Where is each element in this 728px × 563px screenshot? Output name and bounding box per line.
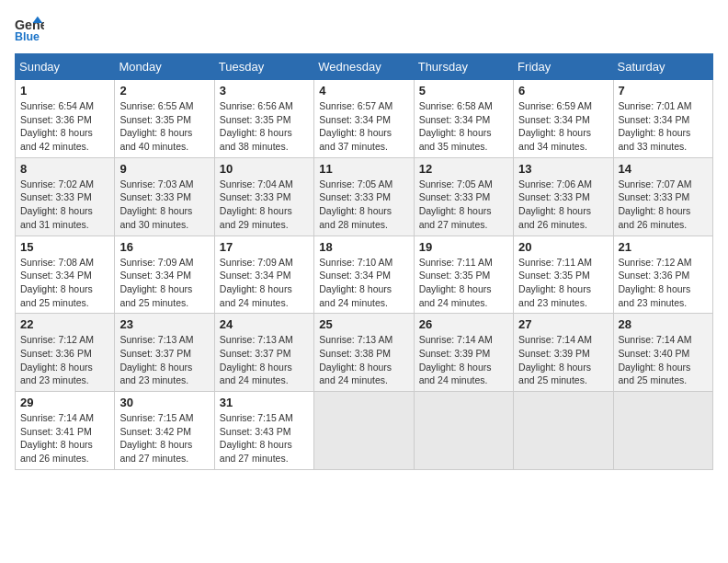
calendar-cell: 14Sunrise: 7:07 AMSunset: 3:33 PMDayligh… <box>613 157 712 236</box>
day-number: 7 <box>619 84 708 98</box>
calendar-cell: 17Sunrise: 7:09 AMSunset: 3:34 PMDayligh… <box>214 236 313 314</box>
day-detail: Sunrise: 7:07 AMSunset: 3:33 PMDaylight:… <box>619 178 708 232</box>
day-number: 18 <box>319 240 408 254</box>
calendar-cell: 5Sunrise: 6:58 AMSunset: 3:34 PMDaylight… <box>414 80 513 158</box>
day-number: 1 <box>20 84 109 98</box>
day-detail: Sunrise: 7:15 AMSunset: 3:42 PMDaylight:… <box>119 411 209 465</box>
calendar-cell: 21Sunrise: 7:12 AMSunset: 3:36 PMDayligh… <box>613 236 712 314</box>
day-detail: Sunrise: 7:03 AMSunset: 3:33 PMDaylight:… <box>119 178 209 232</box>
day-detail: Sunrise: 6:54 AMSunset: 3:36 PMDaylight:… <box>20 99 109 154</box>
day-number: 19 <box>419 240 508 254</box>
day-detail: Sunrise: 6:58 AMSunset: 3:34 PMDaylight:… <box>419 99 508 154</box>
day-detail: Sunrise: 6:59 AMSunset: 3:34 PMDaylight:… <box>518 99 608 154</box>
day-detail: Sunrise: 7:13 AMSunset: 3:37 PMDaylight:… <box>119 333 209 387</box>
weekday-header-row: SundayMondayTuesdayWednesdayThursdayFrid… <box>16 54 713 80</box>
calendar-cell: 20Sunrise: 7:11 AMSunset: 3:35 PMDayligh… <box>514 236 613 314</box>
day-number: 8 <box>20 162 109 176</box>
calendar-cell: 24Sunrise: 7:13 AMSunset: 3:37 PMDayligh… <box>214 314 313 392</box>
day-detail: Sunrise: 7:04 AMSunset: 3:33 PMDaylight:… <box>220 178 309 232</box>
calendar-cell: 4Sunrise: 6:57 AMSunset: 3:34 PMDaylight… <box>314 80 414 158</box>
day-detail: Sunrise: 7:13 AMSunset: 3:37 PMDaylight:… <box>220 333 309 387</box>
day-number: 30 <box>119 396 209 409</box>
day-number: 2 <box>119 84 209 98</box>
day-number: 14 <box>619 162 708 176</box>
day-number: 10 <box>220 162 309 176</box>
day-number: 27 <box>518 317 608 331</box>
calendar-cell: 7Sunrise: 7:01 AMSunset: 3:34 PMDaylight… <box>613 80 712 158</box>
day-number: 28 <box>619 317 708 331</box>
day-number: 24 <box>220 317 309 331</box>
calendar-week-1: 1Sunrise: 6:54 AMSunset: 3:36 PMDaylight… <box>16 80 713 158</box>
logo: General Blue <box>15 15 44 44</box>
day-number: 22 <box>20 317 109 331</box>
day-detail: Sunrise: 6:55 AMSunset: 3:35 PMDaylight:… <box>119 99 209 154</box>
day-number: 20 <box>518 240 608 254</box>
calendar-cell <box>314 392 414 470</box>
day-detail: Sunrise: 6:56 AMSunset: 3:35 PMDaylight:… <box>220 99 309 154</box>
day-number: 4 <box>319 84 408 98</box>
calendar-cell: 12Sunrise: 7:05 AMSunset: 3:33 PMDayligh… <box>414 157 513 236</box>
weekday-header-monday: Monday <box>115 54 214 80</box>
calendar-cell: 6Sunrise: 6:59 AMSunset: 3:34 PMDaylight… <box>514 80 613 158</box>
calendar-cell: 25Sunrise: 7:13 AMSunset: 3:38 PMDayligh… <box>314 314 414 392</box>
logo-icon: General Blue <box>15 15 44 44</box>
day-detail: Sunrise: 7:05 AMSunset: 3:33 PMDaylight:… <box>419 178 508 232</box>
day-number: 9 <box>119 162 209 176</box>
day-detail: Sunrise: 7:06 AMSunset: 3:33 PMDaylight:… <box>518 178 608 232</box>
calendar-cell: 2Sunrise: 6:55 AMSunset: 3:35 PMDaylight… <box>115 80 214 158</box>
calendar-cell: 30Sunrise: 7:15 AMSunset: 3:42 PMDayligh… <box>115 392 214 470</box>
calendar-cell: 27Sunrise: 7:14 AMSunset: 3:39 PMDayligh… <box>514 314 613 392</box>
weekday-header-wednesday: Wednesday <box>314 54 414 80</box>
calendar-week-3: 15Sunrise: 7:08 AMSunset: 3:34 PMDayligh… <box>16 236 713 314</box>
day-detail: Sunrise: 7:12 AMSunset: 3:36 PMDaylight:… <box>619 256 708 310</box>
day-number: 23 <box>119 317 209 331</box>
calendar-cell: 10Sunrise: 7:04 AMSunset: 3:33 PMDayligh… <box>214 157 313 236</box>
day-detail: Sunrise: 7:14 AMSunset: 3:41 PMDaylight:… <box>20 411 109 465</box>
calendar-cell: 19Sunrise: 7:11 AMSunset: 3:35 PMDayligh… <box>414 236 513 314</box>
day-number: 15 <box>20 240 109 254</box>
day-detail: Sunrise: 7:01 AMSunset: 3:34 PMDaylight:… <box>619 99 708 154</box>
calendar-cell: 1Sunrise: 6:54 AMSunset: 3:36 PMDaylight… <box>16 80 115 158</box>
calendar-cell: 16Sunrise: 7:09 AMSunset: 3:34 PMDayligh… <box>115 236 214 314</box>
calendar-cell: 29Sunrise: 7:14 AMSunset: 3:41 PMDayligh… <box>16 392 115 470</box>
weekday-header-thursday: Thursday <box>414 54 513 80</box>
day-detail: Sunrise: 7:10 AMSunset: 3:34 PMDaylight:… <box>319 256 408 310</box>
svg-text:Blue: Blue <box>15 30 40 43</box>
weekday-header-saturday: Saturday <box>613 54 712 80</box>
weekday-header-sunday: Sunday <box>16 54 115 80</box>
day-detail: Sunrise: 7:09 AMSunset: 3:34 PMDaylight:… <box>119 256 209 310</box>
calendar-cell: 8Sunrise: 7:02 AMSunset: 3:33 PMDaylight… <box>16 157 115 236</box>
calendar-cell <box>414 392 513 470</box>
calendar-table: SundayMondayTuesdayWednesdayThursdayFrid… <box>15 53 713 470</box>
day-detail: Sunrise: 7:11 AMSunset: 3:35 PMDaylight:… <box>419 256 508 310</box>
calendar-cell: 26Sunrise: 7:14 AMSunset: 3:39 PMDayligh… <box>414 314 513 392</box>
day-number: 6 <box>518 84 608 98</box>
calendar-cell <box>514 392 613 470</box>
day-number: 11 <box>319 162 408 176</box>
day-number: 3 <box>220 84 309 98</box>
day-number: 31 <box>220 396 309 409</box>
calendar-week-2: 8Sunrise: 7:02 AMSunset: 3:33 PMDaylight… <box>16 157 713 236</box>
calendar-cell: 15Sunrise: 7:08 AMSunset: 3:34 PMDayligh… <box>16 236 115 314</box>
day-number: 12 <box>419 162 508 176</box>
day-detail: Sunrise: 7:11 AMSunset: 3:35 PMDaylight:… <box>518 256 608 310</box>
day-detail: Sunrise: 7:02 AMSunset: 3:33 PMDaylight:… <box>20 178 109 232</box>
day-number: 25 <box>319 317 408 331</box>
page-header: General Blue <box>15 15 713 44</box>
calendar-cell: 28Sunrise: 7:14 AMSunset: 3:40 PMDayligh… <box>613 314 712 392</box>
day-detail: Sunrise: 7:12 AMSunset: 3:36 PMDaylight:… <box>20 333 109 387</box>
day-number: 21 <box>619 240 708 254</box>
weekday-header-tuesday: Tuesday <box>214 54 313 80</box>
calendar-week-4: 22Sunrise: 7:12 AMSunset: 3:36 PMDayligh… <box>16 314 713 392</box>
day-detail: Sunrise: 7:14 AMSunset: 3:40 PMDaylight:… <box>619 333 708 387</box>
day-detail: Sunrise: 7:09 AMSunset: 3:34 PMDaylight:… <box>220 256 309 310</box>
calendar-cell: 22Sunrise: 7:12 AMSunset: 3:36 PMDayligh… <box>16 314 115 392</box>
day-detail: Sunrise: 7:13 AMSunset: 3:38 PMDaylight:… <box>319 333 408 387</box>
day-detail: Sunrise: 7:14 AMSunset: 3:39 PMDaylight:… <box>518 333 608 387</box>
day-number: 26 <box>419 317 508 331</box>
day-detail: Sunrise: 7:08 AMSunset: 3:34 PMDaylight:… <box>20 256 109 310</box>
calendar-cell: 3Sunrise: 6:56 AMSunset: 3:35 PMDaylight… <box>214 80 313 158</box>
weekday-header-friday: Friday <box>514 54 613 80</box>
calendar-cell <box>613 392 712 470</box>
day-detail: Sunrise: 7:05 AMSunset: 3:33 PMDaylight:… <box>319 178 408 232</box>
